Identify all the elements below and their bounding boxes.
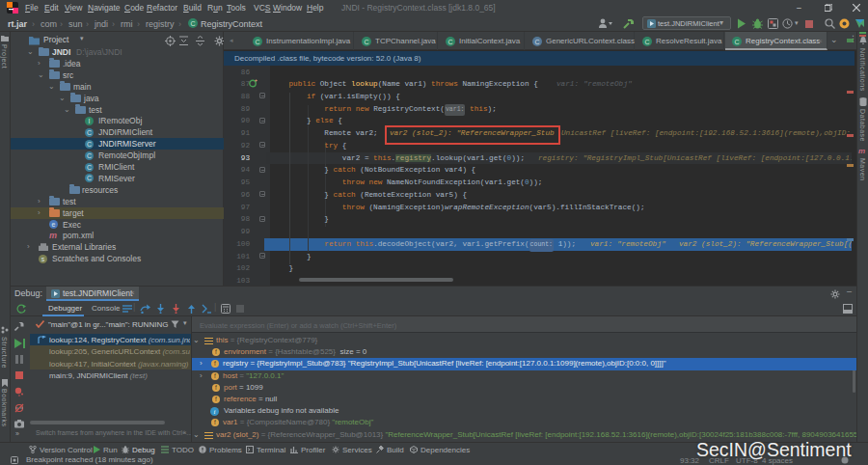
svg-text:C: C	[534, 39, 539, 45]
svg-text:i: i	[214, 408, 216, 416]
svg-text:C: C	[734, 39, 739, 45]
svg-text:C: C	[644, 39, 649, 45]
svg-text:C: C	[190, 20, 195, 27]
svg-text:C: C	[255, 39, 259, 45]
svg-text:C: C	[364, 39, 368, 45]
svg-text:C: C	[448, 39, 452, 45]
